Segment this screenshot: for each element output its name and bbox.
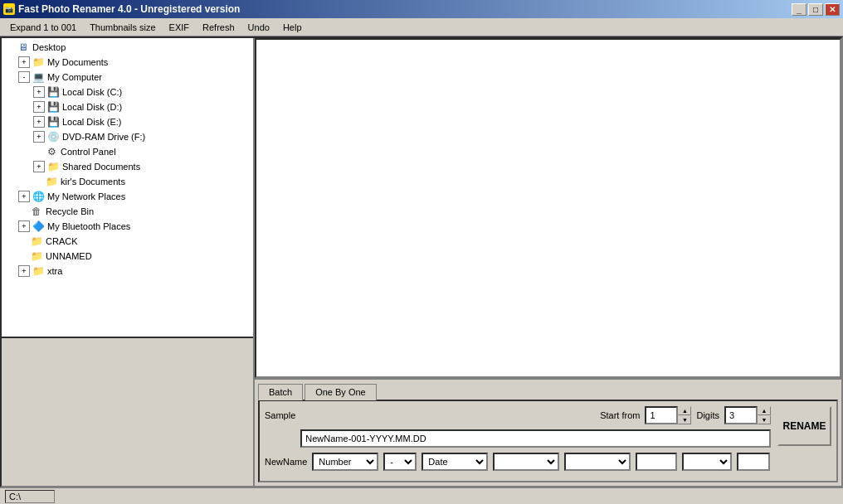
tree-item-network-places[interactable]: + 🌐 My Network Places — [3, 189, 251, 204]
window-title: Fast Photo Renamer 4.0 - Unregistered ve… — [18, 3, 240, 15]
sep1-select[interactable]: - — [383, 453, 417, 471]
tree-empty-area — [2, 337, 253, 486]
kirs-folder-icon: 📁 — [45, 175, 58, 188]
drive-icon-d: 💾 — [46, 100, 60, 114]
start-from-down[interactable]: ▼ — [678, 415, 691, 424]
drive-icon: 💾 — [46, 85, 60, 99]
expander-bluetooth[interactable]: + — [18, 220, 30, 232]
digits-label: Digits — [696, 410, 719, 420]
tree-item-my-computer[interactable]: - 💻 My Computer — [3, 70, 251, 85]
expander-xtra[interactable]: + — [18, 265, 30, 277]
network-icon: 🌐 — [32, 190, 45, 203]
status-text: C:\ — [5, 490, 55, 503]
digits-down[interactable]: ▼ — [758, 415, 771, 424]
tree-item-my-documents[interactable]: + 📁 My Documents — [3, 55, 251, 70]
right-panel: Batch One By One Sample Start f — [255, 38, 841, 486]
start-from-input[interactable] — [645, 406, 678, 424]
tree-panel: 🖥 Desktop + 📁 My Documents - 💻 My Comput… — [2, 38, 255, 486]
menu-bar: Expand 1 to 001 Thumbnails size EXIF Ref… — [0, 18, 843, 36]
status-bar: C:\ — [0, 487, 843, 504]
drive-icon-e: 💾 — [46, 115, 60, 128]
menu-help[interactable]: Help — [276, 19, 309, 36]
tree-item-dvd-drive[interactable]: + 💿 DVD-RAM Drive (F:) — [3, 129, 251, 144]
window-controls: _ □ ✕ — [792, 3, 840, 16]
sample-label: Sample — [265, 410, 295, 420]
batch-tab-content: Sample Start from ▲ ▼ — [258, 400, 838, 482]
digits-input[interactable] — [724, 406, 758, 424]
tree-item-crack[interactable]: 📁 CRACK — [3, 234, 251, 249]
photo-view-area — [255, 38, 841, 378]
folder-icon: 📁 — [32, 56, 45, 69]
type2-select[interactable]: Date — [422, 453, 488, 471]
expander-my-computer[interactable]: - — [18, 71, 30, 83]
crack-folder-icon: 📁 — [30, 235, 43, 248]
tree-item-local-disk-d[interactable]: + 💾 Local Disk (D:) — [3, 99, 251, 114]
desktop-icon: 🖥 — [17, 41, 30, 54]
tree-item-desktop[interactable]: 🖥 Desktop — [3, 40, 251, 55]
tab-batch[interactable]: Batch — [258, 384, 303, 400]
tree-item-local-disk-e[interactable]: + 💾 Local Disk (E:) — [3, 114, 251, 129]
sample-row: Sample Start from ▲ ▼ — [265, 406, 771, 424]
expander-shared[interactable]: + — [33, 161, 45, 172]
tree-item-shared-documents[interactable]: + 📁 Shared Documents — [3, 159, 251, 174]
menu-expand[interactable]: Expand 1 to 001 — [3, 19, 83, 36]
extra1-select[interactable] — [493, 453, 559, 471]
tree-item-local-disk-c[interactable]: + 💾 Local Disk (C:) — [3, 85, 251, 99]
tree-item-unnamed[interactable]: 📁 UNNAMED — [3, 249, 251, 264]
close-button[interactable]: ✕ — [825, 3, 840, 16]
tree-item-control-panel[interactable]: ⚙ Control Panel — [3, 144, 251, 159]
tree-item-recycle-bin[interactable]: 🗑 Recycle Bin — [3, 204, 251, 219]
start-from-up[interactable]: ▲ — [678, 406, 691, 415]
xtra-folder-icon: 📁 — [32, 264, 45, 278]
tab-bar: Batch One By One — [255, 380, 841, 400]
start-from-spinbox: ▲ ▼ — [645, 406, 691, 424]
newname-row: NewName Number - Date — [265, 453, 771, 471]
tree-item-kirs-documents[interactable]: 📁 kir's Documents — [3, 174, 251, 189]
menu-exif[interactable]: EXIF — [163, 19, 196, 36]
type1-select[interactable]: Number — [312, 453, 378, 471]
extra-text2[interactable] — [737, 453, 770, 471]
tab-one-by-one[interactable]: One By One — [305, 384, 377, 400]
file-tree: 🖥 Desktop + 📁 My Documents - 💻 My Comput… — [2, 38, 253, 337]
expander-local-disk-d[interactable]: + — [33, 101, 45, 113]
tree-item-bluetooth[interactable]: + 🔷 My Bluetooth Places — [3, 219, 251, 234]
expander-network[interactable]: + — [18, 191, 30, 202]
computer-icon: 💻 — [32, 70, 45, 84]
shared-folder-icon: 📁 — [46, 160, 60, 173]
digits-up[interactable]: ▲ — [758, 406, 771, 415]
title-bar: 📷 Fast Photo Renamer 4.0 - Unregistered … — [0, 0, 843, 18]
start-from-label: Start from — [600, 410, 640, 420]
unnamed-folder-icon: 📁 — [30, 250, 43, 263]
minimize-button[interactable]: _ — [792, 3, 806, 16]
menu-refresh[interactable]: Refresh — [196, 19, 241, 36]
rename-button[interactable]: RENAME — [777, 406, 831, 446]
extra2-select[interactable] — [564, 453, 631, 471]
extra-text1[interactable] — [636, 453, 677, 471]
control-panel-icon: ⚙ — [45, 145, 58, 158]
app-icon: 📷 — [3, 3, 15, 15]
newname-label: NewName — [265, 457, 307, 467]
bluetooth-icon: 🔷 — [32, 220, 45, 233]
extra3-select[interactable] — [682, 453, 732, 471]
recycle-bin-icon: 🗑 — [30, 205, 43, 218]
sample-input-row: Sample — [265, 429, 771, 448]
tree-item-xtra[interactable]: + 📁 xtra — [3, 264, 251, 279]
maximize-button[interactable]: □ — [808, 3, 823, 16]
digits-spinbox: ▲ ▼ — [724, 406, 771, 424]
expander-local-disk-c[interactable]: + — [33, 86, 45, 98]
menu-thumbnails[interactable]: Thumbnails size — [83, 19, 162, 36]
bottom-panel: Batch One By One Sample Start f — [255, 378, 841, 486]
expander-dvd[interactable]: + — [33, 131, 45, 143]
sample-value-input[interactable] — [300, 429, 771, 448]
expander-my-documents[interactable]: + — [18, 56, 30, 68]
main-content: 🖥 Desktop + 📁 My Documents - 💻 My Comput… — [0, 36, 843, 487]
menu-undo[interactable]: Undo — [241, 19, 276, 36]
expander-local-disk-e[interactable]: + — [33, 116, 45, 128]
dvd-icon: 💿 — [46, 130, 60, 143]
